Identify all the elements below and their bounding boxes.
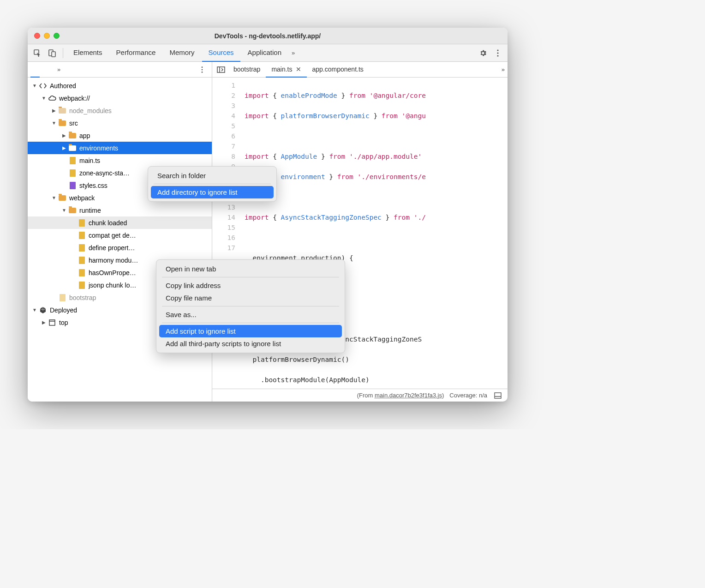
svg-point-6: [202, 66, 203, 68]
tree-define-property[interactable]: define propert…: [28, 241, 212, 254]
ctx-search-folder[interactable]: Search in folder: [151, 169, 274, 182]
frame-icon: [48, 318, 56, 327]
tree-environments[interactable]: ▶ environments: [28, 142, 212, 154]
file-icon: [68, 169, 77, 177]
pretty-print-icon[interactable]: [493, 390, 503, 401]
tree-compat-get[interactable]: compat get de…: [28, 229, 212, 241]
file-icon: [78, 281, 86, 289]
file-icon: [68, 181, 77, 190]
ctx-separator: [162, 277, 339, 277]
tree-src[interactable]: ▼ src: [28, 117, 212, 129]
tree-node-modules[interactable]: ▶ node_modules: [28, 104, 212, 117]
tree-authored[interactable]: ▼ Authored: [28, 79, 212, 92]
svg-point-8: [202, 72, 203, 73]
chevron-right-icon: ▶: [51, 108, 57, 113]
editor-tab-main[interactable]: main.ts ✕: [266, 62, 306, 78]
tab-performance[interactable]: Performance: [110, 44, 162, 62]
devtools-window: DevTools - ng-devtools.netlify.app/ Elem…: [28, 28, 508, 402]
folder-icon: [58, 107, 66, 115]
chevron-down-icon: ▼: [31, 307, 38, 312]
context-menu-folder: Search in folder Add directory to ignore…: [148, 166, 277, 202]
ctx-add-directory-ignore[interactable]: Add directory to ignore list: [151, 186, 274, 198]
cloud-icon: [48, 94, 56, 102]
file-icon: [68, 156, 77, 165]
sourcemap-link[interactable]: main.dacor7b2fe3f1fa3.js: [375, 392, 442, 399]
chevron-right-icon: ▶: [61, 145, 67, 150]
ctx-copy-filename[interactable]: Copy file name: [159, 292, 342, 304]
chevron-right-icon: ▶: [61, 133, 67, 138]
kebab-menu-icon[interactable]: [491, 46, 505, 60]
ctx-separator: [154, 184, 271, 184]
svg-rect-9: [49, 320, 55, 325]
chevron-down-icon: ▼: [51, 195, 57, 200]
tab-elements[interactable]: Elements: [67, 44, 109, 62]
svg-rect-13: [495, 393, 501, 398]
close-tab-icon[interactable]: ✕: [296, 66, 301, 73]
more-editor-tabs-icon[interactable]: »: [499, 66, 508, 73]
tab-sources[interactable]: Sources: [202, 44, 240, 62]
ctx-save-as[interactable]: Save as...: [159, 308, 342, 321]
editor-tab-bootstrap[interactable]: bootstrap: [228, 62, 266, 78]
ctx-copy-link[interactable]: Copy link address: [159, 279, 342, 292]
show-navigator-icon[interactable]: [214, 63, 228, 77]
navigator-tab-page[interactable]: [30, 62, 40, 78]
code-icon: [39, 82, 47, 90]
svg-rect-2: [52, 52, 55, 57]
chevron-down-icon: ▼: [31, 83, 38, 88]
chevron-right-icon: ▶: [41, 320, 47, 325]
folder-icon: [68, 132, 77, 140]
chevron-down-icon: ▼: [51, 120, 57, 126]
folder-icon: [68, 144, 77, 152]
editor-tab-appcomponent[interactable]: app.component.ts: [307, 62, 369, 78]
gear-icon[interactable]: [476, 46, 490, 60]
file-icon: [78, 219, 86, 227]
file-icon: [78, 231, 86, 240]
file-icon: [58, 294, 66, 302]
ctx-separator: [162, 306, 339, 306]
editor-tabs: bootstrap main.ts ✕ app.component.ts »: [212, 62, 508, 78]
svg-point-7: [202, 69, 203, 70]
tree-runtime[interactable]: ▼ runtime: [28, 204, 212, 216]
chevron-down-icon: ▼: [61, 208, 67, 213]
more-navigator-tabs-icon[interactable]: »: [54, 66, 63, 73]
svg-rect-11: [217, 67, 225, 72]
tab-memory[interactable]: Memory: [163, 44, 201, 62]
navigator-tabs: »: [28, 62, 212, 78]
ctx-open-new-tab[interactable]: Open in new tab: [159, 263, 342, 275]
folder-icon: [58, 119, 66, 127]
file-icon: [78, 256, 86, 264]
divider: [63, 48, 63, 58]
tree-main-ts[interactable]: main.ts: [28, 154, 212, 167]
svg-point-3: [497, 49, 498, 51]
window-title: DevTools - ng-devtools.netlify.app/: [28, 32, 508, 40]
device-toggle-icon[interactable]: [45, 46, 59, 60]
tree-webpack-scheme[interactable]: ▼ webpack://: [28, 92, 212, 104]
folder-icon: [68, 206, 77, 215]
tab-application[interactable]: Application: [241, 44, 288, 62]
svg-point-4: [497, 52, 498, 54]
navigator-kebab-icon[interactable]: [195, 63, 209, 77]
tree-app[interactable]: ▶ app: [28, 129, 212, 142]
inspect-element-icon[interactable]: [30, 46, 44, 60]
ctx-add-third-party-ignore[interactable]: Add all third-party scripts to ignore li…: [159, 337, 342, 350]
navigator-tab-filesystem[interactable]: [42, 62, 52, 78]
chevron-down-icon: ▼: [41, 96, 47, 101]
coverage-label: Coverage: n/a: [449, 392, 487, 399]
file-icon: [78, 269, 86, 277]
panel-tabstrip: Elements Performance Memory Sources Appl…: [28, 44, 508, 62]
cube-icon: [39, 306, 47, 314]
more-tabs-icon[interactable]: »: [289, 49, 298, 56]
svg-point-5: [497, 55, 498, 56]
ctx-separator: [162, 323, 339, 323]
context-menu-file: Open in new tab Copy link address Copy f…: [156, 259, 345, 353]
titlebar: DevTools - ng-devtools.netlify.app/: [28, 28, 508, 44]
folder-icon: [58, 194, 66, 202]
editor-statusbar: (From main.dacor7b2fe3f1fa3.js) Coverage…: [212, 389, 508, 402]
tree-chunk-loaded[interactable]: chunk loaded: [28, 216, 212, 229]
file-icon: [78, 244, 86, 252]
ctx-add-script-ignore[interactable]: Add script to ignore list: [159, 325, 342, 337]
